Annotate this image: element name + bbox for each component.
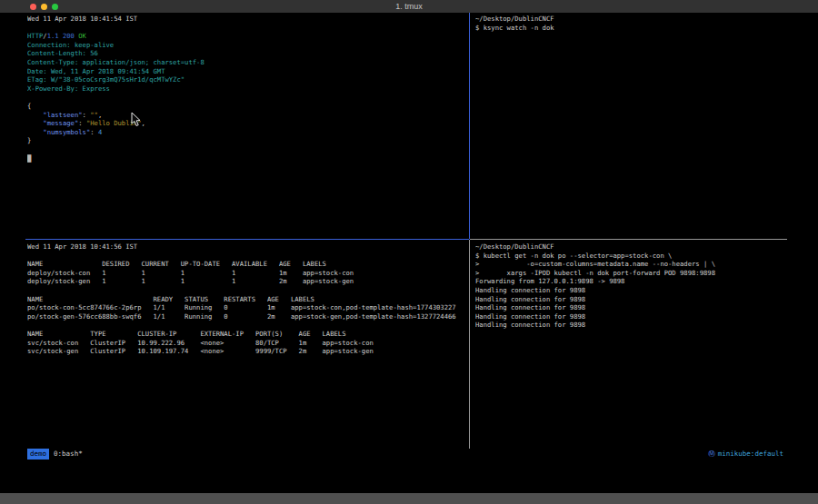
- terminal-line: deploy/stock-con 1 1 1 1 1m app=stock-co…: [27, 269, 469, 278]
- pane-border-vertical-active[interactable]: [469, 13, 470, 239]
- terminal-line: HTTP/1.1 200 OK: [27, 32, 469, 41]
- terminal-line: NAME READY STATUS RESTARTS AGE LABELS: [27, 295, 469, 304]
- terminal-line: NAME DESIRED CURRENT UP-TO-DATE AVAILABL…: [27, 260, 469, 269]
- traffic-lights: [30, 4, 58, 10]
- pane-border-horizontal-active[interactable]: [25, 239, 469, 240]
- terminal-line: {: [27, 102, 469, 111]
- terminal-line: █: [27, 154, 469, 163]
- tmux-window-name[interactable]: 0:bash*: [54, 449, 83, 460]
- terminal-line: deploy/stock-gen 1 1 1 1 2m app=stock-ge…: [27, 277, 469, 286]
- terminal-line: [27, 252, 469, 261]
- terminal-line: Wed 11 Apr 2018 10:41:56 IST: [27, 242, 469, 252]
- pane-ksync-watch[interactable]: ~/Desktop/DublinCNCF$ ksync watch -n dok: [475, 15, 787, 238]
- minimize-button[interactable]: [41, 4, 47, 10]
- pane-http-response[interactable]: Wed 11 Apr 2018 10:41:54 IST HTTP/1.1 20…: [27, 15, 469, 238]
- dock-bar: [0, 493, 818, 504]
- terminal-line: svc/stock-con ClusterIP 10.99.222.96 <no…: [27, 339, 469, 348]
- terminal-line: > -o=custom-columns=metadata.name --no-h…: [475, 260, 787, 269]
- terminal-line: NAME TYPE CLUSTER-IP EXTERNAL-IP PORT(S)…: [27, 330, 469, 339]
- terminal-line: Content-Length: 56: [27, 49, 469, 58]
- pane-border-horizontal-inactive[interactable]: [470, 239, 787, 240]
- tmux-status-bar: demo 0:bash* Ⓜ minikube:default: [0, 449, 787, 460]
- terminal-line: [27, 24, 469, 33]
- terminal-line: X-Powered-By: Express: [27, 84, 469, 94]
- terminal-line: Handling connection for 9898: [475, 303, 787, 312]
- terminal-line: $ kubectl get -n dok po --selector=app=s…: [475, 252, 787, 261]
- terminal-line: Content-Type: application/json; charset=…: [27, 58, 469, 67]
- terminal-line: $ ksync watch -n dok: [475, 24, 787, 33]
- terminal-line: [27, 145, 469, 154]
- terminal-line: [27, 321, 469, 330]
- terminal-line: ~/Desktop/DublinCNCF: [475, 242, 787, 252]
- terminal-line: Forwarding from 127.0.0.1:9898 -> 9898: [475, 277, 787, 286]
- zoom-button[interactable]: [52, 4, 58, 10]
- terminal-line: }: [27, 136, 469, 145]
- tmux-session-badge[interactable]: demo: [27, 449, 49, 460]
- terminal-line: ETag: W/"38-05coCsrg3mQ75sHr1d/qcMTwYZc": [27, 75, 469, 84]
- terminal-line: ~/Desktop/DublinCNCF: [475, 15, 787, 24]
- terminal-line: Handling connection for 9898: [475, 286, 787, 295]
- pane-border-vertical-inactive[interactable]: [469, 240, 470, 449]
- terminal-line: "lastseen": "",: [27, 111, 469, 120]
- window-title: 1. tmux: [0, 2, 818, 11]
- terminal-line: "message": "Hello Dublin",: [27, 119, 469, 128]
- terminal-line: Handling connection for 9898: [475, 321, 787, 330]
- terminal-line: Handling connection for 9898: [475, 312, 787, 321]
- terminal-line: > xargs -IPOD kubectl -n dok port-forwar…: [475, 269, 787, 278]
- terminal-line: po/stock-gen-576cc688bb-swqf6 1/1 Runnin…: [27, 312, 469, 321]
- window-titlebar[interactable]: 1. tmux: [0, 0, 818, 13]
- terminal-line: Connection: keep-alive: [27, 41, 469, 50]
- terminal-line: svc/stock-gen ClusterIP 10.109.197.74 <n…: [27, 347, 469, 356]
- terminal-line: Date: Wed, 11 Apr 2018 09:41:54 GMT: [27, 67, 469, 76]
- minikube-icon: Ⓜ: [708, 449, 715, 460]
- terminal-line: [27, 286, 469, 295]
- pane-kubectl-resources[interactable]: Wed 11 Apr 2018 10:41:56 IST NAME DESIRE…: [27, 242, 469, 448]
- kube-context-label: minikube:default: [718, 449, 783, 460]
- terminal-line: "numsymbols": 4: [27, 128, 469, 137]
- terminal-line: [27, 93, 469, 102]
- terminal-line: Wed 11 Apr 2018 10:41:54 IST: [27, 15, 469, 24]
- mouse-cursor: [131, 113, 142, 127]
- terminal-line: po/stock-con-5cc874766c-2p6rp 1/1 Runnin…: [27, 303, 469, 312]
- pane-port-forward[interactable]: ~/Desktop/DublinCNCF$ kubectl get -n dok…: [475, 242, 787, 448]
- terminal-line: Handling connection for 9898: [475, 295, 787, 304]
- close-button[interactable]: [30, 4, 36, 10]
